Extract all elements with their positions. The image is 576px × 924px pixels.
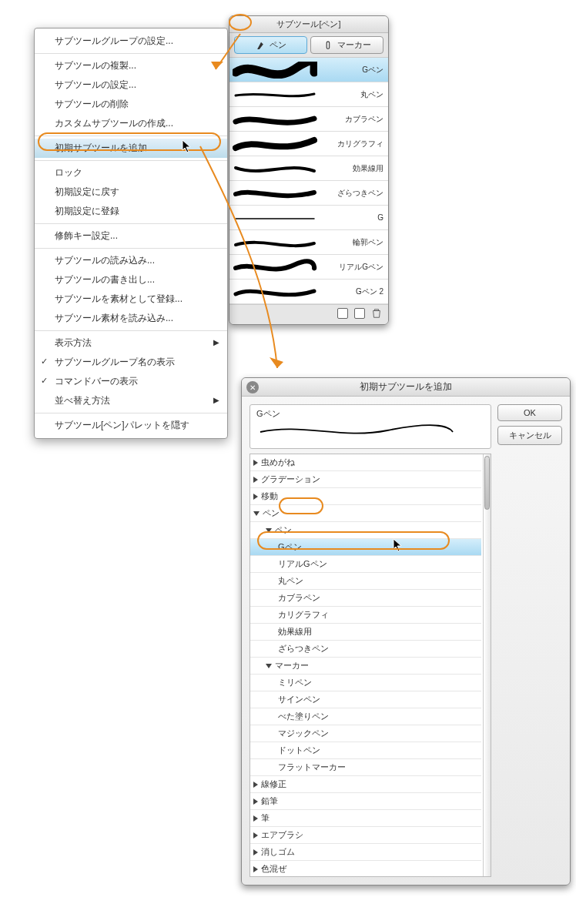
menu-item[interactable]: 並べ替え方法▶	[35, 391, 227, 410]
tree-row[interactable]: ざらつきペン	[250, 641, 481, 658]
tree-label: リアルGペン	[278, 558, 327, 570]
tree-label: カリグラフィ	[278, 609, 329, 621]
disclosure-right-icon	[253, 866, 258, 872]
brush-stroke-icon	[233, 283, 317, 300]
properties-icon[interactable]	[337, 308, 348, 319]
tree-label: ミリペン	[278, 677, 312, 688]
brush-name: ざらつきペン	[337, 188, 383, 199]
brush-row[interactable]: 輪郭ペン	[229, 230, 388, 255]
brush-name: リアルGペン	[339, 262, 383, 273]
menu-item[interactable]: サブツールの削除	[35, 95, 227, 114]
tree-row[interactable]: エアブラシ	[250, 827, 481, 844]
menu-item[interactable]: サブツールの書き出し...	[35, 270, 227, 290]
menu-item[interactable]: サブツール[ペン]パレットを隠す	[35, 416, 227, 435]
tree-label: フラットマーカー	[278, 762, 346, 773]
tree-label: ざらつきペン	[278, 643, 329, 654]
tree-label: 色混ぜ	[261, 863, 286, 875]
tree-label: カブラペン	[278, 592, 320, 604]
submenu-arrow-icon: ▶	[213, 396, 219, 404]
brush-row[interactable]: 効果線用	[229, 156, 388, 181]
tree-label: 効果線用	[278, 626, 312, 638]
disclosure-right-icon	[253, 477, 258, 483]
brush-row[interactable]: ざらつきペン	[229, 181, 388, 206]
tree-row[interactable]: 虫めがね	[250, 454, 481, 471]
menu-item[interactable]: サブツール素材を読み込み...	[35, 309, 227, 328]
brush-stroke-icon	[233, 209, 317, 226]
tree-label: グラデーション	[261, 474, 320, 485]
tree-row[interactable]: 効果線用	[250, 624, 481, 641]
menu-separator	[35, 136, 227, 136]
dialog-title-label: 初期サブツールを追加	[360, 380, 452, 393]
brush-row[interactable]: リアルGペン	[229, 255, 388, 280]
tab-pen[interactable]: ペン	[234, 36, 307, 54]
tree-row[interactable]: カブラペン	[250, 590, 481, 607]
tree-row[interactable]: Gペン	[250, 539, 481, 556]
tree-row[interactable]: ペン	[250, 505, 481, 522]
brush-stroke-icon	[233, 234, 317, 251]
tree-row[interactable]: リアルGペン	[250, 556, 481, 573]
brush-row[interactable]: カブラペン	[229, 107, 388, 132]
disclosure-right-icon	[253, 782, 258, 788]
brush-stroke-icon	[233, 185, 317, 202]
scrollbar-thumb[interactable]	[484, 456, 490, 510]
tree-row[interactable]: 鉛筆	[250, 793, 481, 810]
menu-item[interactable]: サブツールグループの設定...	[35, 32, 227, 51]
tree-row[interactable]: カリグラフィ	[250, 607, 481, 624]
tree-row[interactable]: 色混ぜ	[250, 861, 481, 876]
brush-name: G	[377, 213, 383, 222]
close-icon[interactable]: ✕	[246, 381, 259, 393]
check-icon: ✓	[41, 376, 48, 386]
menu-item[interactable]: サブツールグループ名の表示✓	[35, 353, 227, 372]
menu-item[interactable]: 表示方法▶	[35, 333, 227, 353]
tree-row[interactable]: 消しゴム	[250, 844, 481, 861]
tree-row[interactable]: べた塗りペン	[250, 708, 481, 725]
menu-item[interactable]: サブツールの複製...	[35, 56, 227, 75]
tree-row[interactable]: 移動	[250, 488, 481, 505]
tool-tree: 虫めがねグラデーション移動ペンペンGペンリアルGペン丸ペンカブラペンカリグラフィ…	[249, 454, 491, 877]
menu-item[interactable]: コマンドバーの表示✓	[35, 372, 227, 391]
subtool-panel-footer	[229, 304, 388, 324]
menu-item[interactable]: 初期サブツールを追加...	[35, 139, 227, 158]
menu-item[interactable]: カスタムサブツールの作成...	[35, 114, 227, 133]
tree-row[interactable]: 筆	[250, 810, 481, 827]
ok-button[interactable]: OK	[497, 404, 562, 421]
tree-label: サインペン	[278, 694, 320, 705]
brush-name: カリグラフィ	[337, 139, 383, 149]
tree-row[interactable]: ドットペン	[250, 742, 481, 759]
tree-row[interactable]: ペン	[250, 522, 481, 539]
cancel-button[interactable]: キャンセル	[497, 426, 562, 445]
menu-item[interactable]: ロック	[35, 163, 227, 182]
tree-row[interactable]: ミリペン	[250, 675, 481, 691]
menu-separator	[35, 330, 227, 331]
menu-item[interactable]: 修飾キー設定...	[35, 226, 227, 246]
tree-row[interactable]: フラットマーカー	[250, 759, 481, 776]
disclosure-right-icon	[253, 815, 258, 822]
menu-item[interactable]: 初期設定に戻す	[35, 182, 227, 202]
tree-label: べた塗りペン	[278, 711, 329, 722]
menu-item[interactable]: サブツールの読み込み...	[35, 251, 227, 270]
subtool-panel: サブツール[ペン] ペン マーカー Gペン丸ペンカブラペンカリグラフィ効果線用ざ…	[229, 15, 389, 325]
tree-label: 線修正	[261, 778, 286, 790]
trash-icon[interactable]	[371, 308, 382, 321]
brush-row[interactable]: 丸ペン	[229, 82, 388, 107]
tree-row[interactable]: 丸ペン	[250, 573, 481, 590]
tab-marker[interactable]: マーカー	[310, 36, 383, 54]
new-icon[interactable]	[354, 308, 365, 319]
brush-name: 効果線用	[353, 163, 383, 174]
tab-label: ペン	[270, 39, 286, 51]
tree-scrollbar[interactable]	[483, 454, 491, 876]
menu-item[interactable]: サブツールの設定...	[35, 75, 227, 95]
brush-row[interactable]: Gペン	[229, 58, 388, 82]
tree-row[interactable]: マーカー	[250, 658, 481, 675]
tree-row[interactable]: マジックペン	[250, 725, 481, 742]
brush-row[interactable]: Gペン 2	[229, 280, 388, 304]
brush-stroke-icon	[233, 86, 317, 103]
menu-item[interactable]: 初期設定に登録	[35, 202, 227, 221]
tree-label: エアブラシ	[261, 829, 303, 841]
tree-row[interactable]: 線修正	[250, 776, 481, 793]
menu-item[interactable]: サブツールを素材として登録...	[35, 290, 227, 309]
tree-row[interactable]: グラデーション	[250, 471, 481, 488]
brush-row[interactable]: G	[229, 206, 388, 230]
brush-row[interactable]: カリグラフィ	[229, 132, 388, 156]
tree-row[interactable]: サインペン	[250, 691, 481, 708]
